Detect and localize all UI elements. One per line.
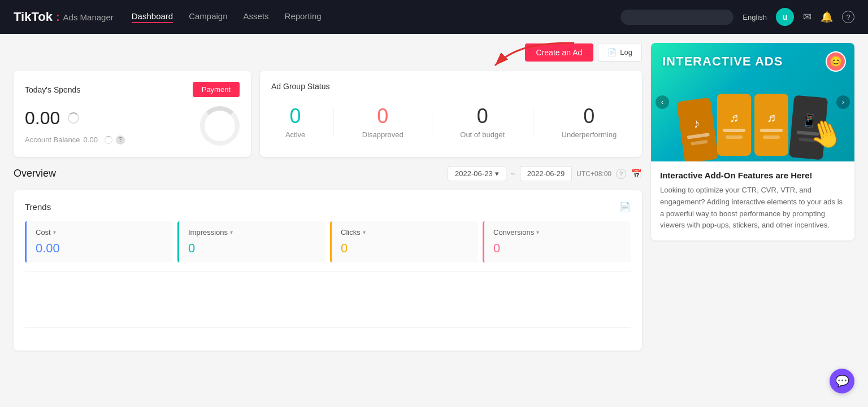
logo-ads: Ads Manager <box>63 12 114 22</box>
nav-assets[interactable]: Assets <box>244 11 269 23</box>
metric-clicks-label-text: Clicks <box>341 228 361 237</box>
chart-baseline <box>25 327 631 328</box>
chat-bubble-button[interactable]: 💬 <box>830 369 854 393</box>
mail-icon[interactable]: ✉ <box>803 11 811 23</box>
status-budget-label: Out of budget <box>460 130 505 139</box>
avatar[interactable]: u <box>776 8 794 26</box>
date-separator: ~ <box>511 169 515 178</box>
log-label: Log <box>620 48 632 56</box>
log-doc-icon: 📄 <box>607 48 617 56</box>
chevron-down-icon: ▾ <box>495 169 499 178</box>
right-column: INTERACTIVE ADS ♪ ♬ ♬ <box>651 43 854 351</box>
phone-card-3: ♬ <box>754 94 788 156</box>
status-underperforming-label: Underperforming <box>562 130 617 139</box>
metric-conversions-label-text: Conversions <box>493 228 534 237</box>
spends-left: 0.00 Account Balance 0.00 ? <box>25 108 191 145</box>
promo-description: Looking to optimize your CTR, CVR, VTR, … <box>660 185 845 231</box>
status-active-label: Active <box>285 130 305 139</box>
spends-amount: 0.00 <box>25 108 60 129</box>
spends-content: 0.00 Account Balance 0.00 ? <box>25 106 240 146</box>
metric-impressions-label: Impressions ▾ <box>188 228 316 237</box>
timezone-label: UTC+08:00 <box>576 170 611 178</box>
card-bar-3 <box>723 129 745 132</box>
trends-export-icon[interactable]: 📄 <box>619 202 631 212</box>
status-divider-1 <box>333 108 334 136</box>
trends-title: Trends <box>25 202 51 212</box>
conversions-chevron-icon[interactable]: ▾ <box>536 229 539 235</box>
card-bar-5 <box>760 129 783 132</box>
language-selector[interactable]: English <box>743 13 767 21</box>
metric-conversions-label: Conversions ▾ <box>493 228 622 237</box>
adgroup-status-card: Ad Group Status 0 Active 0 Disapproved <box>260 71 642 157</box>
payment-button[interactable]: Payment <box>193 82 240 97</box>
search-input[interactable] <box>620 10 734 25</box>
carousel-next-button[interactable]: › <box>836 95 850 109</box>
promo-image: INTERACTIVE ADS ♪ ♬ ♬ <box>651 43 854 161</box>
donut-chart <box>200 106 240 146</box>
impressions-chevron-icon[interactable]: ▾ <box>230 229 233 235</box>
main-column: Create an Ad 📄 Log <box>14 43 642 351</box>
balance-value: 0.00 <box>84 135 98 144</box>
status-divider-2 <box>432 108 432 136</box>
overview-header: Overview 2022-06-23 ▾ ~ 2022-06-29 UTC+0… <box>14 166 642 181</box>
balance-label: Account Balance <box>25 135 80 144</box>
date-start-value: 2022-06-23 <box>455 169 493 178</box>
promo-heading: Interactive Add-On Features are Here! <box>660 170 845 180</box>
phone-card-1: ♪ <box>676 97 719 161</box>
status-grid: 0 Active 0 Disapproved 0 Out of budget <box>271 100 631 143</box>
nav-right: English u ✉ 🔔 ? <box>620 8 854 26</box>
clicks-chevron-icon[interactable]: ▾ <box>363 229 366 235</box>
card-bar-4 <box>726 135 743 139</box>
status-disapproved: 0 Disapproved <box>362 104 403 139</box>
date-end-value: 2022-06-29 <box>527 169 565 178</box>
metric-cost-label: Cost ▾ <box>36 228 164 237</box>
nav-links: Dashboard Campaign Assets Reporting <box>132 11 603 23</box>
metric-impressions-value: 0 <box>188 241 316 256</box>
balance-spinner <box>105 136 112 144</box>
nav-dashboard[interactable]: Dashboard <box>132 11 173 23</box>
status-disapproved-value: 0 <box>362 104 403 128</box>
nav-reporting[interactable]: Reporting <box>285 11 322 23</box>
card-bar-1 <box>687 133 710 139</box>
metric-impressions: Impressions ▾ 0 <box>177 221 326 262</box>
card-bar-2 <box>691 140 708 146</box>
date-start-btn[interactable]: 2022-06-23 ▾ <box>448 166 506 181</box>
balance-row: Account Balance 0.00 ? <box>25 135 191 145</box>
nav-campaign[interactable]: Campaign <box>189 11 227 23</box>
bell-icon[interactable]: 🔔 <box>821 11 833 23</box>
status-disapproved-label: Disapproved <box>362 130 403 139</box>
calendar-icon[interactable]: 📅 <box>631 168 642 179</box>
navbar: TikTok: Ads Manager Dashboard Campaign A… <box>0 0 868 34</box>
metric-clicks-label: Clicks ▾ <box>341 228 469 237</box>
spends-card-header: Today's Spends Payment <box>25 82 240 97</box>
help-tz-icon[interactable]: ? <box>616 169 626 179</box>
status-underperforming: 0 Underperforming <box>562 104 617 139</box>
status-out-of-budget: 0 Out of budget <box>460 104 505 139</box>
trends-header: Trends 📄 <box>25 202 631 212</box>
trends-metrics: Cost ▾ 0.00 Impressions ▾ 0 Clicks <box>25 221 631 262</box>
date-range: 2022-06-23 ▾ ~ 2022-06-29 UTC+08:00 ? 📅 <box>448 166 642 181</box>
carousel-prev-button[interactable]: ‹ <box>656 95 669 109</box>
status-divider-3 <box>533 108 533 136</box>
metric-clicks: Clicks ▾ 0 <box>330 221 478 262</box>
help-icon[interactable]: ? <box>842 11 854 23</box>
create-ad-button[interactable]: Create an Ad <box>525 43 594 62</box>
balance-help-icon[interactable]: ? <box>116 135 125 145</box>
cost-chevron-icon[interactable]: ▾ <box>53 229 56 235</box>
metric-clicks-value: 0 <box>341 241 469 256</box>
promo-avatar: 😊 <box>826 51 846 72</box>
promo-image-title: INTERACTIVE ADS <box>662 54 783 69</box>
logo: TikTok: Ads Manager <box>14 10 114 24</box>
music-icon-1: ♪ <box>692 116 701 131</box>
tiktok-icon-2: ♬ <box>767 111 776 125</box>
top-section: Create an Ad 📄 Log <box>14 43 642 157</box>
overview-title: Overview <box>14 168 56 180</box>
status-budget-value: 0 <box>460 104 505 128</box>
log-button[interactable]: 📄 Log <box>598 43 642 62</box>
spends-title: Today's Spends <box>25 85 80 94</box>
date-end-btn[interactable]: 2022-06-29 <box>520 166 572 181</box>
promo-card: INTERACTIVE ADS ♪ ♬ ♬ <box>651 43 854 240</box>
main-content: Create an Ad 📄 Log <box>0 34 868 360</box>
adgroup-header: Ad Group Status <box>271 82 631 91</box>
status-active-value: 0 <box>285 104 305 128</box>
